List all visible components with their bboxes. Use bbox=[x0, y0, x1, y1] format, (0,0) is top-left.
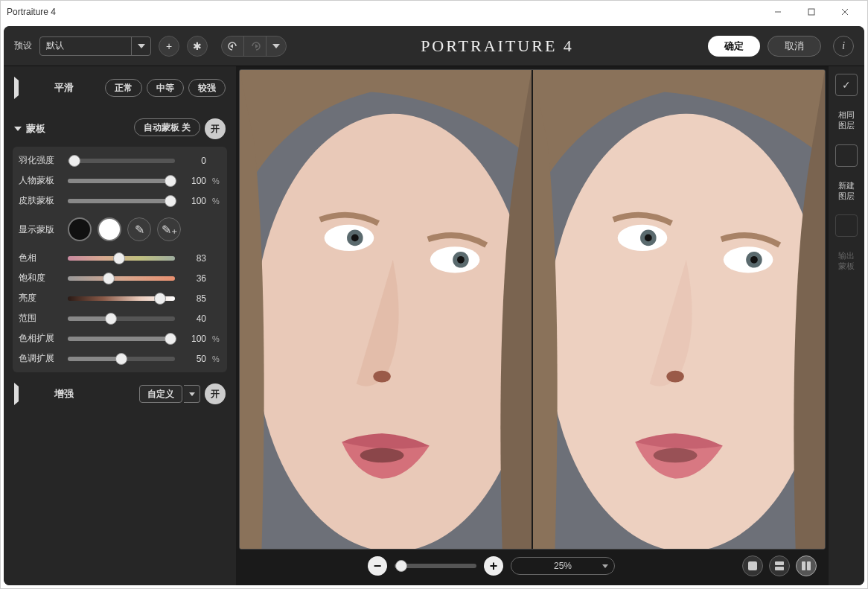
lum-value: 85 bbox=[181, 293, 206, 304]
row-feather: 羽化强度 0 bbox=[19, 154, 221, 167]
smoothing-header[interactable]: 平滑 正常 中等 较强 bbox=[10, 74, 230, 102]
tone-ext-slider[interactable] bbox=[68, 357, 175, 361]
smooth-medium[interactable]: 中等 bbox=[147, 79, 184, 97]
hue-ext-slider[interactable] bbox=[68, 337, 175, 341]
new-layer-label: 新建 图层 bbox=[838, 180, 855, 202]
close-button[interactable] bbox=[828, 1, 861, 23]
sat-slider[interactable] bbox=[68, 276, 175, 281]
sat-label: 饱和度 bbox=[19, 272, 62, 284]
latitude-label: 范围 bbox=[19, 312, 62, 325]
preview-split[interactable] bbox=[239, 69, 826, 550]
lum-slider[interactable] bbox=[68, 296, 175, 301]
view-split-vertical[interactable] bbox=[796, 555, 817, 576]
preset-settings-button[interactable]: ✱ bbox=[187, 36, 208, 57]
view-single[interactable] bbox=[742, 555, 763, 576]
row-tone-ext: 色调扩展 50% bbox=[19, 352, 221, 365]
svg-point-13 bbox=[351, 234, 359, 241]
new-layer-toggle[interactable] bbox=[835, 144, 858, 167]
chevron-right-icon bbox=[14, 383, 50, 405]
hue-slider[interactable] bbox=[68, 256, 175, 261]
svg-point-16 bbox=[457, 256, 465, 264]
tone-ext-label: 色调扩展 bbox=[19, 352, 62, 365]
portrait-image-after bbox=[533, 70, 825, 549]
mask-on-toggle[interactable]: 开 bbox=[205, 118, 226, 139]
hue-ext-label: 色相扩展 bbox=[19, 332, 62, 345]
cancel-button[interactable]: 取消 bbox=[768, 36, 821, 57]
gear-icon: ✱ bbox=[193, 40, 202, 52]
enhance-mode-chevron[interactable] bbox=[184, 385, 200, 403]
skin-mask-slider[interactable] bbox=[68, 199, 175, 203]
eyedropper-icon: ✎ bbox=[135, 223, 144, 237]
row-skin-mask: 皮肤蒙板 100% bbox=[19, 194, 221, 207]
preset-add-button[interactable]: + bbox=[159, 36, 179, 57]
show-mask-label: 显示蒙版 bbox=[19, 223, 62, 236]
zoom-slider[interactable] bbox=[395, 564, 476, 568]
app-frame: 预设 默认 + ✱ PORTRAITURE 4 确定 取消 i 平滑 bbox=[4, 26, 864, 585]
svg-rect-32 bbox=[802, 561, 805, 570]
eyedropper-add-button[interactable]: ✎₊ bbox=[157, 217, 181, 241]
same-layer-toggle[interactable]: ✓ bbox=[835, 74, 858, 96]
row-latitude: 范围 40 bbox=[19, 312, 221, 325]
mask-color-white[interactable] bbox=[98, 217, 121, 241]
zoom-out-button[interactable]: − bbox=[368, 556, 387, 576]
preset-label: 预设 bbox=[14, 39, 32, 52]
preview-area: − + 25% bbox=[236, 66, 829, 585]
pct: % bbox=[212, 334, 221, 343]
row-portrait-mask: 人物蒙板 100% bbox=[19, 174, 221, 187]
row-show-mask: 显示蒙版 ✎ ✎₊ bbox=[19, 217, 221, 241]
svg-point-18 bbox=[360, 448, 404, 463]
svg-point-28 bbox=[654, 448, 698, 463]
portrait-mask-slider[interactable] bbox=[68, 179, 175, 183]
zoom-in-button[interactable]: + bbox=[484, 556, 503, 576]
portrait-mask-value: 100 bbox=[181, 176, 206, 186]
preset-dropdown[interactable]: 默认 bbox=[39, 36, 151, 56]
enhance-header[interactable]: 增强 自定义 开 bbox=[10, 380, 230, 408]
hue-value: 83 bbox=[181, 253, 206, 264]
chevron-right-icon bbox=[14, 77, 50, 99]
body: 平滑 正常 中等 较强 蒙板 自动蒙板 关 开 bbox=[4, 66, 864, 585]
svg-point-26 bbox=[750, 256, 758, 264]
mask-title: 蒙板 bbox=[26, 122, 45, 136]
same-layer-label: 相同 图层 bbox=[838, 109, 855, 131]
svg-point-17 bbox=[373, 371, 391, 383]
preview-after bbox=[533, 70, 825, 549]
portrait-mask-label: 人物蒙板 bbox=[19, 174, 62, 187]
maximize-button[interactable] bbox=[794, 1, 828, 23]
svg-point-23 bbox=[645, 234, 652, 241]
hue-label: 色相 bbox=[19, 252, 62, 264]
svg-rect-1 bbox=[808, 9, 814, 15]
row-lum: 亮度 85 bbox=[19, 292, 221, 305]
zoom-dropdown[interactable]: 25% bbox=[511, 557, 615, 575]
minimize-button[interactable] bbox=[761, 1, 794, 23]
auto-mask-toggle[interactable]: 自动蒙板 关 bbox=[134, 118, 200, 136]
info-button[interactable]: i bbox=[833, 36, 854, 57]
mask-header[interactable]: 蒙板 自动蒙板 关 开 bbox=[10, 115, 230, 142]
redo-button[interactable] bbox=[244, 36, 267, 57]
feather-label: 羽化强度 bbox=[19, 154, 62, 167]
enhance-on-toggle[interactable]: 开 bbox=[205, 383, 226, 404]
smooth-strong[interactable]: 较强 bbox=[188, 79, 226, 97]
output-mask-label: 输出 蒙板 bbox=[838, 250, 855, 272]
svg-marker-5 bbox=[230, 44, 233, 48]
latitude-slider[interactable] bbox=[68, 316, 175, 321]
ok-button[interactable]: 确定 bbox=[708, 36, 760, 57]
undo-button[interactable] bbox=[222, 36, 244, 57]
feather-value: 0 bbox=[181, 156, 206, 166]
mask-color-black[interactable] bbox=[68, 217, 92, 241]
svg-marker-4 bbox=[138, 44, 145, 48]
eyedropper-button[interactable]: ✎ bbox=[127, 217, 151, 241]
view-split-horizontal[interactable] bbox=[769, 555, 790, 576]
tone-ext-value: 50 bbox=[181, 354, 206, 364]
right-panel: ✓ 相同 图层 新建 图层 输出 蒙板 bbox=[829, 66, 864, 585]
eyedropper-plus-icon: ✎₊ bbox=[162, 223, 177, 237]
enhance-mode-dropdown[interactable]: 自定义 bbox=[139, 385, 182, 403]
smooth-normal[interactable]: 正常 bbox=[105, 79, 142, 97]
feather-slider[interactable] bbox=[68, 159, 175, 163]
enhance-title: 增强 bbox=[54, 387, 74, 401]
history-dropdown[interactable] bbox=[267, 36, 286, 57]
pct: % bbox=[212, 197, 221, 206]
output-mask-toggle[interactable] bbox=[835, 214, 858, 237]
titlebar: Portraiture 4 bbox=[1, 1, 867, 23]
window: Portraiture 4 预设 默认 + ✱ PORTRAITURE 4 确定… bbox=[0, 0, 868, 589]
row-hue-ext: 色相扩展 100% bbox=[19, 332, 221, 345]
